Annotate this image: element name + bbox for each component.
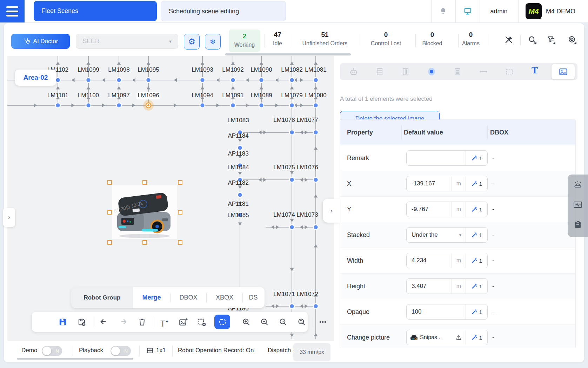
canvas-scrollbar[interactable] [17, 358, 133, 360]
search-icon[interactable] [528, 35, 537, 44]
value-input[interactable]: 3.407 [407, 279, 452, 294]
region-icon[interactable] [505, 67, 514, 76]
siren-icon[interactable] [573, 179, 583, 189]
panel-icon[interactable] [453, 67, 462, 76]
stat-unfinished-orders[interactable]: 51 Unfinished Orders [295, 30, 355, 48]
batch-apply-button[interactable]: 1 [466, 304, 487, 319]
save-icon[interactable] [58, 317, 67, 327]
right-panel-collapser[interactable]: › [323, 199, 340, 223]
door-icon[interactable] [401, 67, 410, 76]
stat-idle[interactable]: 47 Idle [256, 30, 299, 48]
stat-alarms[interactable]: 0 Alarms [453, 30, 488, 48]
filter-icon[interactable] [547, 35, 556, 44]
selection-handle[interactable] [107, 210, 112, 215]
value-input[interactable] [407, 151, 466, 165]
robot-icon[interactable] [349, 67, 358, 76]
value-input[interactable]: -9.767 [407, 202, 452, 217]
svg-text:LM1071: LM1071 [273, 291, 295, 297]
tab-scheduling-scene-editing[interactable]: Scheduling scene editing [161, 1, 286, 21]
tab-ds[interactable]: DS [243, 294, 264, 301]
stacked-select[interactable]: Under the▼ [407, 228, 466, 242]
selection-handle[interactable] [107, 240, 112, 245]
hamburger-bar [6, 11, 18, 12]
node-network-button[interactable]: ❄ [205, 34, 221, 50]
link-icon[interactable] [479, 67, 488, 76]
selection-handle[interactable] [142, 240, 147, 245]
selection-handle[interactable] [107, 180, 112, 185]
ai-doctor-button[interactable]: AI Doctor [11, 34, 70, 49]
magic-wand-icon [471, 257, 477, 264]
stat-blocked[interactable]: 0 Blocked [415, 30, 450, 48]
value-input[interactable]: 100 [407, 304, 466, 319]
svg-text:LM1093: LM1093 [192, 66, 213, 73]
toggle-knob [111, 347, 120, 355]
select-tool-button[interactable] [214, 315, 230, 329]
app-header: Fleet Scenes Scheduling scene editing ad… [0, 0, 588, 23]
batch-apply-button[interactable]: 1 [466, 202, 487, 217]
zoom-out-icon[interactable] [260, 317, 269, 327]
tab-robot-group[interactable]: Robot Group [71, 287, 133, 308]
selection-handle[interactable] [142, 180, 147, 185]
batch-apply-button[interactable]: 1 [466, 253, 487, 268]
property-name: Y [347, 197, 351, 222]
add-text-icon[interactable]: T+ [160, 317, 168, 328]
upload-icon [455, 334, 462, 341]
stat-working[interactable]: 2 Working [229, 29, 260, 52]
add-image-icon[interactable] [179, 317, 188, 327]
user-name[interactable]: admin [480, 0, 518, 22]
property-name: Opaque [347, 299, 369, 324]
hamburger-menu-button[interactable] [0, 0, 25, 22]
zoom-in-icon[interactable] [242, 317, 251, 327]
pin-off-icon[interactable] [504, 35, 513, 44]
settings-button[interactable]: ⚙ [184, 34, 200, 50]
picture-file-field[interactable]: Snipas... [407, 330, 466, 345]
zoom-image-icon[interactable] [279, 317, 288, 327]
selection-handle[interactable] [178, 240, 182, 245]
tab-dbox[interactable]: DBOX [171, 294, 206, 301]
stat-control-lost[interactable]: 0 Control Lost [362, 30, 410, 48]
playback-toggle[interactable]: N [111, 346, 131, 356]
demo-toggle[interactable]: N [42, 346, 62, 356]
tab-merge[interactable]: Merge [133, 294, 170, 301]
save-discard-icon[interactable] [77, 317, 86, 327]
clipboard-icon[interactable] [573, 219, 583, 229]
scope-icon[interactable] [568, 35, 577, 44]
batch-apply-button[interactable]: 1 [466, 330, 487, 345]
chevron-right-icon: › [8, 214, 10, 221]
add-region-icon[interactable] [197, 317, 206, 327]
shelf-icon[interactable] [375, 67, 384, 76]
scene-select[interactable]: SEER ▼ [76, 34, 178, 49]
value-input[interactable]: 4.234 [407, 253, 452, 268]
redo-icon[interactable] [119, 317, 128, 327]
text-icon[interactable]: T [532, 65, 538, 74]
more-icon[interactable] [318, 317, 327, 327]
chevron-right-icon: › [330, 207, 333, 214]
value-input[interactable]: -139.167 [407, 176, 452, 191]
robot-image[interactable]: 8月30日 13:31 [112, 185, 177, 239]
scene-canvas[interactable]: LM1102LM1099LM1098LM1095LM1093LM1092LM10… [7, 56, 334, 341]
image-tool-selected[interactable] [552, 64, 575, 79]
undo-icon[interactable] [99, 317, 108, 327]
batch-apply-button[interactable]: 1 [466, 151, 487, 165]
svg-text:LM1078: LM1078 [273, 117, 295, 123]
trash-icon[interactable] [138, 317, 147, 327]
bell-icon[interactable] [439, 7, 447, 15]
area-badge[interactable]: Area-02 [15, 70, 56, 86]
grid-icon[interactable] [147, 348, 153, 354]
monitor-icon[interactable] [463, 7, 472, 15]
tab-xbox[interactable]: XBOX [207, 294, 242, 301]
monitor-pulse-icon[interactable] [573, 200, 583, 210]
robot-operation-record[interactable]: Robot Operation Record: On [178, 341, 254, 360]
svg-text:LM1099: LM1099 [78, 66, 99, 73]
batch-apply-button[interactable]: 1 [466, 279, 487, 294]
batch-apply-button[interactable]: 1 [466, 228, 487, 242]
grid-size-label[interactable]: 1x1 [156, 341, 166, 360]
point-icon[interactable] [427, 67, 436, 76]
left-panel-expander[interactable]: › [3, 208, 15, 227]
selection-handle[interactable] [178, 180, 182, 185]
batch-apply-button[interactable]: 1 [466, 176, 487, 191]
tab-fleet-scenes[interactable]: Fleet Scenes [34, 1, 157, 21]
apply-count: 1 [479, 335, 482, 341]
stats-scrollbar[interactable] [225, 53, 351, 55]
selection-handle[interactable] [178, 210, 182, 215]
